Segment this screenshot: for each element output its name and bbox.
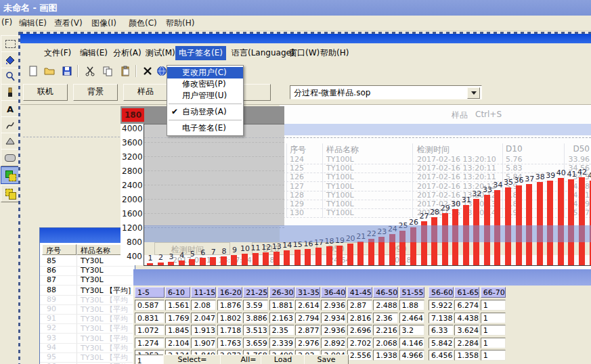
- dist-cell[interactable]: 1.876: [217, 300, 242, 311]
- tool-magnifier[interactable]: [1, 68, 20, 85]
- dist-cell[interactable]: 1.561: [165, 300, 190, 311]
- dist-cell[interactable]: 4.438: [454, 313, 479, 323]
- paint-menu-item[interactable]: 编辑(E): [19, 18, 47, 29]
- dist-cell[interactable]: 3.59: [243, 300, 268, 311]
- dist-cell[interactable]: 1: [481, 300, 506, 311]
- dist-cell[interactable]: 5.842: [429, 338, 454, 348]
- dist-cell[interactable]: 6.456: [429, 350, 454, 361]
- dist-cell[interactable]: 2.556: [347, 350, 372, 361]
- dist-cell[interactable]: 1.88: [399, 300, 424, 311]
- dist-cell[interactable]: 2.35: [269, 325, 294, 336]
- dist-cell[interactable]: 1.072: [135, 325, 165, 336]
- dist-cell[interactable]: 2.047: [191, 313, 216, 323]
- cut-button[interactable]: [83, 64, 97, 79]
- save-button[interactable]: [60, 64, 74, 79]
- dist-cell[interactable]: 2.284: [454, 338, 479, 348]
- dist-cell[interactable]: 1: [481, 325, 506, 336]
- paint-menu-item[interactable]: 帮助(H): [166, 18, 194, 29]
- tool-text[interactable]: A: [1, 100, 20, 118]
- dist-cell[interactable]: 4.146: [399, 338, 424, 348]
- open-button[interactable]: [42, 64, 57, 79]
- dist-cell[interactable]: 1.938: [373, 350, 398, 361]
- app-menu-item[interactable]: 文件(F): [41, 46, 74, 60]
- button-样品[interactable]: 样品: [123, 84, 168, 101]
- dist-cell[interactable]: 6.274: [454, 300, 479, 311]
- dist-cell[interactable]: 1.881: [269, 300, 294, 311]
- dist-cell[interactable]: 1.845: [165, 325, 190, 336]
- dist-cell[interactable]: 3.659: [243, 338, 268, 348]
- tool-object-yellow[interactable]: [1, 185, 20, 202]
- copy-button[interactable]: [100, 64, 115, 79]
- dist-cell[interactable]: 1.769: [165, 313, 190, 323]
- select-button[interactable]: Select=: [163, 355, 221, 364]
- app-menu-item[interactable]: 帮助(H): [317, 46, 352, 60]
- list-item[interactable]: 93TY30L 【平均: [40, 334, 135, 344]
- dist-cell[interactable]: 2.976: [295, 338, 320, 348]
- sop-combobox[interactable]: 分过程-微量样品.sop: [290, 85, 482, 99]
- tool-curve[interactable]: [1, 116, 20, 134]
- list-item[interactable]: 94TY30L 【平均: [40, 343, 135, 353]
- dist-cell[interactable]: 2.36: [373, 313, 398, 323]
- new-button[interactable]: [26, 64, 41, 79]
- list-item[interactable]: 87TY30L: [40, 275, 135, 286]
- load-button[interactable]: Load: [261, 355, 305, 364]
- save-button[interactable]: Save: [304, 355, 349, 364]
- distribution-table-titlebar[interactable]: [133, 269, 591, 286]
- list-item[interactable]: 92TY30L 【平均: [40, 323, 135, 334]
- dist-cell[interactable]: 2.877: [295, 325, 320, 336]
- menu-item-4[interactable]: ✔自动登录(A): [167, 106, 243, 118]
- dist-cell[interactable]: 2.816: [347, 313, 372, 323]
- dist-cell[interactable]: 1.358: [454, 350, 479, 361]
- dist-cell[interactable]: 2.702: [347, 338, 372, 348]
- list-item[interactable]: 91TY30L 【平均: [40, 314, 135, 324]
- tool-polygon[interactable]: [1, 133, 20, 150]
- list-item[interactable]: 86TY30L: [40, 266, 135, 276]
- dist-cell[interactable]: 2.163: [269, 313, 294, 323]
- menu-item-0[interactable]: 更改用户(C): [167, 67, 243, 78]
- dist-cell[interactable]: 2.08: [191, 300, 216, 311]
- dist-cell[interactable]: 1.913: [191, 325, 216, 336]
- dist-cell[interactable]: 2.104: [165, 338, 190, 348]
- list-item[interactable]: 95TY30L 【平均: [40, 352, 135, 363]
- app-menu-esign[interactable]: 电子签名(E): [175, 46, 226, 60]
- dist-cell[interactable]: 1: [481, 313, 506, 323]
- paste-button[interactable]: [118, 64, 133, 79]
- dist-cell[interactable]: 2.936: [321, 300, 346, 311]
- sop-combobox-dropdown-button[interactable]: [467, 87, 480, 99]
- dist-cell[interactable]: 7.138: [429, 313, 454, 323]
- dist-cell[interactable]: 2.464: [399, 313, 424, 323]
- dist-cell[interactable]: 3.2: [399, 325, 424, 336]
- dist-cell[interactable]: 6.33: [429, 325, 454, 336]
- app-menu-item[interactable]: 测试(M): [142, 46, 179, 60]
- dist-cell[interactable]: 1.274: [135, 338, 165, 348]
- dist-cell[interactable]: 0.587: [135, 300, 165, 311]
- tool-free-select[interactable]: [1, 35, 20, 53]
- paint-menu-item[interactable]: (F): [1, 18, 12, 27]
- list-item[interactable]: 88TY30L 【平均]: [40, 286, 135, 296]
- dist-cell[interactable]: 4.966: [399, 350, 424, 361]
- tool-brush[interactable]: [1, 84, 20, 101]
- paint-menu-item[interactable]: 查看(V): [54, 18, 83, 29]
- tool-rounded-rect[interactable]: [1, 149, 20, 166]
- dist-cell[interactable]: 5.922: [429, 300, 454, 311]
- dist-cell[interactable]: 0.831: [135, 313, 165, 323]
- dist-cell[interactable]: 2.216: [373, 325, 398, 336]
- list-item[interactable]: 90TY30L 【平均: [40, 304, 135, 315]
- menu-item-1[interactable]: 修改密码(P): [167, 78, 243, 90]
- dist-cell[interactable]: 2.87: [347, 300, 372, 311]
- button-联机[interactable]: 联机: [23, 84, 68, 101]
- list-item[interactable]: 89TY30L 【平均: [40, 295, 135, 305]
- dist-cell[interactable]: 2.339: [269, 338, 294, 348]
- dist-cell[interactable]: 3.624: [454, 325, 479, 336]
- dist-cell[interactable]: 1.907: [191, 338, 216, 348]
- dist-cell[interactable]: 2.794: [295, 313, 320, 323]
- menu-item-2[interactable]: 用户管理(U): [167, 90, 243, 101]
- dist-cell[interactable]: 2.614: [295, 300, 320, 311]
- button-背景[interactable]: 背景: [73, 84, 118, 101]
- dist-cell[interactable]: 1: [481, 338, 506, 348]
- dist-cell[interactable]: 1: [481, 350, 506, 361]
- dist-cell[interactable]: 1.718: [217, 325, 242, 336]
- dist-cell[interactable]: 2.696: [347, 325, 372, 336]
- paint-menu-item[interactable]: 图像(I): [91, 18, 116, 29]
- menu-item-6[interactable]: 电子签名(E): [167, 122, 243, 134]
